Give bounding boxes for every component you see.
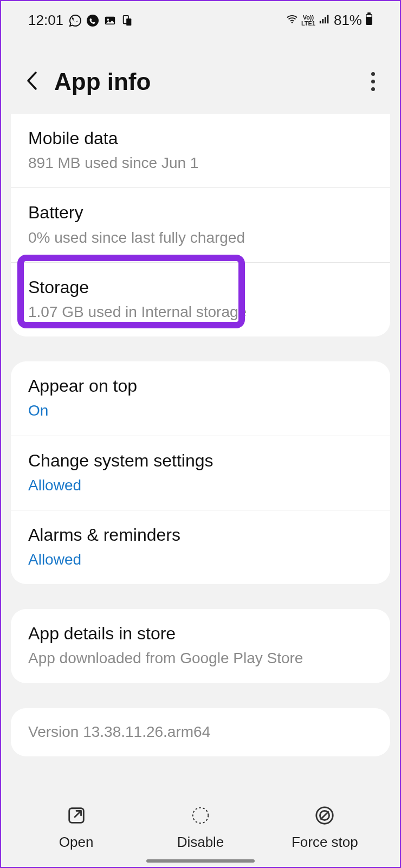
battery-row[interactable]: Battery 0% used since last fully charged bbox=[11, 187, 390, 262]
svg-point-5 bbox=[292, 22, 293, 23]
status-left: 12:01 bbox=[28, 12, 134, 29]
alarms-reminders-row[interactable]: Alarms & reminders Allowed bbox=[11, 510, 390, 584]
svg-point-14 bbox=[193, 808, 209, 824]
svg-rect-9 bbox=[327, 15, 329, 23]
action-label: Open bbox=[59, 834, 94, 851]
row-title: Change system settings bbox=[28, 449, 373, 472]
volte-icon: Vo)) bbox=[303, 15, 314, 21]
usage-card: Mobile data 891 MB used since Jun 1 Batt… bbox=[11, 114, 390, 336]
row-subtitle: 0% used since last fully charged bbox=[28, 227, 373, 248]
screen-icon bbox=[121, 14, 134, 27]
app-details-row[interactable]: App details in store App downloaded from… bbox=[11, 609, 390, 683]
svg-rect-8 bbox=[325, 17, 326, 23]
row-title: Storage bbox=[28, 276, 373, 299]
row-subtitle: Allowed bbox=[28, 549, 373, 570]
force-stop-button[interactable]: Force stop bbox=[263, 805, 387, 851]
network-type: LTE1 bbox=[301, 21, 315, 27]
svg-rect-11 bbox=[367, 12, 371, 14]
action-label: Disable bbox=[177, 834, 224, 851]
status-bar: 12:01 Vo)) LTE1 81% bbox=[1, 1, 400, 36]
row-subtitle: 1.07 GB used in Internal storage bbox=[28, 301, 373, 322]
row-subtitle: Allowed bbox=[28, 475, 373, 496]
svg-rect-7 bbox=[322, 19, 324, 23]
version-card: Version 13.38.11.26.arm64 bbox=[11, 708, 390, 756]
appear-on-top-row[interactable]: Appear on top On bbox=[11, 361, 390, 435]
phone-icon bbox=[86, 14, 99, 27]
row-title: App details in store bbox=[28, 622, 373, 645]
battery-icon bbox=[365, 12, 373, 29]
open-button[interactable]: Open bbox=[14, 805, 138, 851]
status-right: Vo)) LTE1 81% bbox=[286, 12, 373, 29]
row-title: Alarms & reminders bbox=[28, 523, 373, 547]
permissions-card: Appear on top On Change system settings … bbox=[11, 361, 390, 584]
version-row: Version 13.38.11.26.arm64 bbox=[11, 708, 390, 756]
gallery-icon bbox=[104, 14, 117, 27]
mobile-data-row[interactable]: Mobile data 891 MB used since Jun 1 bbox=[11, 114, 390, 187]
open-icon bbox=[66, 805, 87, 826]
row-subtitle: 891 MB used since Jun 1 bbox=[28, 152, 373, 173]
whatsapp-icon bbox=[69, 14, 82, 27]
navigation-handle[interactable] bbox=[146, 859, 255, 863]
action-label: Force stop bbox=[292, 834, 358, 851]
bottom-action-bar: Open Disable Force stop bbox=[1, 794, 400, 867]
version-text: Version 13.38.11.26.arm64 bbox=[28, 721, 373, 742]
svg-point-2 bbox=[107, 18, 109, 21]
svg-point-0 bbox=[87, 15, 99, 27]
more-options-button[interactable] bbox=[367, 68, 379, 95]
row-title: Mobile data bbox=[28, 127, 373, 150]
storage-row[interactable]: Storage 1.07 GB used in Internal storage bbox=[11, 262, 390, 336]
change-system-settings-row[interactable]: Change system settings Allowed bbox=[11, 436, 390, 510]
svg-rect-12 bbox=[367, 15, 372, 17]
row-title: Appear on top bbox=[28, 374, 373, 398]
disable-icon bbox=[190, 805, 211, 826]
page-title: App info bbox=[54, 68, 151, 95]
status-time: 12:01 bbox=[28, 12, 63, 29]
header: App info bbox=[1, 36, 400, 112]
row-subtitle: On bbox=[28, 400, 373, 421]
row-subtitle: App downloaded from Google Play Store bbox=[28, 647, 373, 669]
svg-rect-4 bbox=[126, 18, 131, 25]
wifi-icon bbox=[286, 13, 298, 28]
signal-icon bbox=[319, 13, 331, 28]
row-title: Battery bbox=[28, 201, 373, 224]
back-button[interactable] bbox=[25, 70, 38, 93]
store-card: App details in store App downloaded from… bbox=[11, 609, 390, 683]
force-stop-icon bbox=[314, 805, 335, 826]
battery-text: 81% bbox=[334, 12, 362, 29]
svg-rect-6 bbox=[320, 21, 321, 23]
disable-button[interactable]: Disable bbox=[138, 805, 262, 851]
